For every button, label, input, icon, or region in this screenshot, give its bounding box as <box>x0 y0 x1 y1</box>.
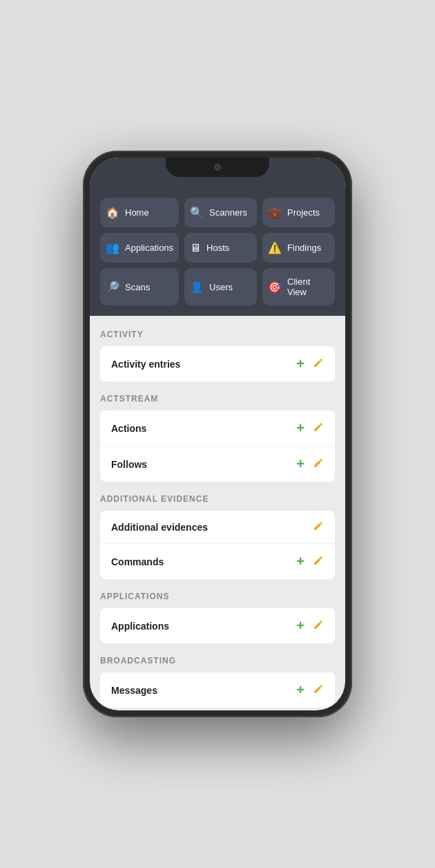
add-icon[interactable]: + <box>296 356 304 372</box>
nav-btn-hosts[interactable]: 🖥Hosts <box>184 233 257 263</box>
section-header-actstream: ACTSTREAM <box>100 394 335 404</box>
edit-icon[interactable] <box>313 422 324 435</box>
welcome-bar <box>100 178 335 188</box>
list-item: Actions+ <box>100 411 335 446</box>
list-item: Applications+ <box>100 608 335 643</box>
add-icon[interactable]: + <box>296 456 304 472</box>
nav-icon-scanners: 🔍 <box>190 206 204 219</box>
list-item-actions: + <box>296 554 324 569</box>
nav-label-client-view: Client View <box>287 276 329 297</box>
list-item-label: Applications <box>111 621 169 632</box>
edit-icon[interactable] <box>313 683 324 697</box>
add-icon[interactable]: + <box>296 420 304 436</box>
list-item-label: Messages <box>111 685 157 696</box>
edit-icon[interactable] <box>313 457 324 471</box>
nav-btn-client-view[interactable]: 🎯Client View <box>262 268 335 305</box>
phone-inner: 🏠Home🔍Scanners💼Projects👥Applications🖥Hos… <box>90 158 345 710</box>
section-header-activity: ACTIVITY <box>100 330 335 339</box>
list-item-actions <box>313 520 324 534</box>
list-item-actions: + <box>296 682 324 698</box>
nav-label-findings: Findings <box>287 243 321 253</box>
nav-label-scans: Scans <box>125 282 150 292</box>
content-area: ACTIVITYActivity entries+ACTSTREAMAction… <box>90 316 345 710</box>
list-item-label: Follows <box>111 459 147 470</box>
phone-frame: 🏠Home🔍Scanners💼Projects👥Applications🖥Hos… <box>83 151 352 717</box>
nav-label-applications: Applications <box>125 243 173 253</box>
add-icon[interactable]: + <box>296 618 304 634</box>
screen: 🏠Home🔍Scanners💼Projects👥Applications🖥Hos… <box>90 158 345 710</box>
nav-icon-scans: 🔎 <box>106 281 119 294</box>
section-header-applications: APPLICATIONS <box>100 592 335 601</box>
list-card-additional-evidence: Additional evidencesCommands+ <box>100 511 335 579</box>
nav-btn-projects[interactable]: 💼Projects <box>262 198 335 227</box>
edit-icon[interactable] <box>313 619 324 632</box>
nav-label-scanners: Scanners <box>209 207 247 218</box>
list-item: Follows+ <box>100 446 335 482</box>
nav-grid: 🏠Home🔍Scanners💼Projects👥Applications🖥Hos… <box>100 198 335 305</box>
nav-icon-users: 👤 <box>190 281 204 294</box>
nav-icon-home: 🏠 <box>106 206 119 219</box>
add-icon[interactable]: + <box>296 682 304 698</box>
nav-icon-hosts: 🖥 <box>190 242 201 254</box>
nav-label-home: Home <box>125 207 149 218</box>
list-item-label: Commands <box>111 556 164 567</box>
list-card-applications: Applications+ <box>100 608 335 643</box>
list-item-label: Additional evidences <box>111 522 208 533</box>
nav-btn-applications[interactable]: 👥Applications <box>100 233 179 263</box>
edit-icon[interactable] <box>313 357 324 370</box>
list-item: Additional evidences <box>100 511 335 544</box>
list-card-activity: Activity entries+ <box>100 346 335 381</box>
list-item-actions: + <box>296 356 324 372</box>
list-item-label: Activity entries <box>111 359 180 370</box>
list-item-actions: + <box>296 420 324 436</box>
nav-icon-client-view: 🎯 <box>268 281 282 294</box>
nav-btn-home[interactable]: 🏠Home <box>100 198 179 227</box>
list-item-actions: + <box>296 618 324 634</box>
edit-icon[interactable] <box>313 520 324 534</box>
nav-icon-applications: 👥 <box>106 241 119 254</box>
nav-label-projects: Projects <box>287 207 320 218</box>
section-header-broadcasting: BROADCASTING <box>100 656 335 666</box>
list-item-label: Actions <box>111 423 146 434</box>
section-header-additional-evidence: ADDITIONAL EVIDENCE <box>100 494 335 504</box>
list-item: Activity entries+ <box>100 346 335 381</box>
nav-icon-findings: ⚠️ <box>268 241 282 254</box>
camera <box>214 164 221 171</box>
list-item-actions: + <box>296 456 324 472</box>
list-card-broadcasting: Messages+ <box>100 672 335 708</box>
list-item: Commands+ <box>100 544 335 579</box>
nav-btn-scanners[interactable]: 🔍Scanners <box>184 198 257 227</box>
nav-label-users: Users <box>209 282 233 292</box>
add-icon[interactable]: + <box>296 554 304 569</box>
list-card-actstream: Actions+Follows+ <box>100 411 335 482</box>
nav-btn-users[interactable]: 👤Users <box>184 268 257 305</box>
list-item: Messages+ <box>100 672 335 708</box>
notch <box>166 158 269 177</box>
nav-btn-scans[interactable]: 🔎Scans <box>100 268 179 305</box>
nav-label-hosts: Hosts <box>206 243 229 253</box>
edit-icon[interactable] <box>313 555 324 568</box>
nav-btn-findings[interactable]: ⚠️Findings <box>262 233 335 263</box>
header: 🏠Home🔍Scanners💼Projects👥Applications🖥Hos… <box>90 158 345 316</box>
nav-icon-projects: 💼 <box>268 206 282 219</box>
